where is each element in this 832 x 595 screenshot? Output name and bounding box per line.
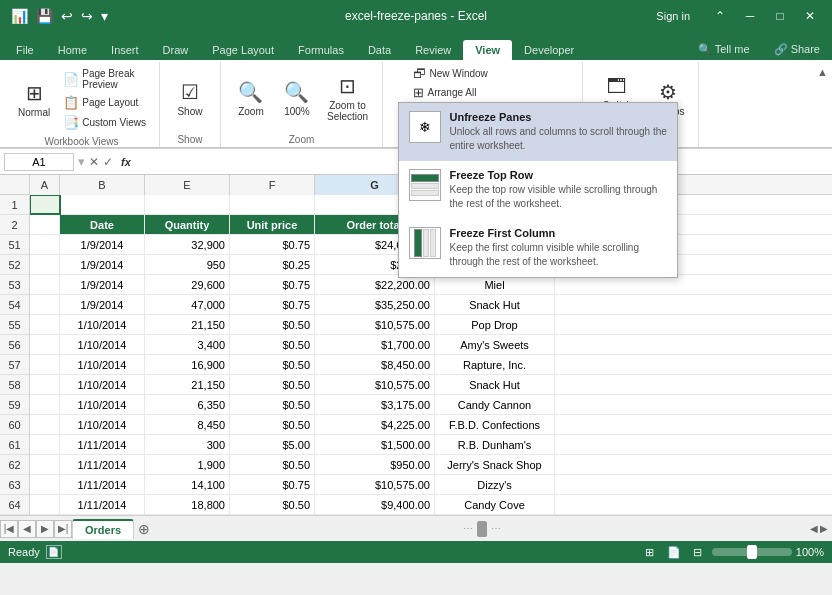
maximize-btn[interactable]: □ <box>766 5 794 27</box>
cell-f58[interactable]: $0.50 <box>230 375 315 394</box>
cell-a55[interactable] <box>30 315 60 334</box>
cell-a54[interactable] <box>30 295 60 314</box>
cell-k63[interactable]: Dizzy's <box>435 475 555 494</box>
row-header-63[interactable]: 63 <box>0 475 30 495</box>
cell-g58[interactable]: $10,575.00 <box>315 375 435 394</box>
cell-b55[interactable]: 1/10/2014 <box>60 315 145 334</box>
cell-k57[interactable]: Rapture, Inc. <box>435 355 555 374</box>
row-header-55[interactable]: 55 <box>0 315 30 335</box>
row-header-2[interactable]: 2 <box>0 215 30 235</box>
row-header-52[interactable]: 52 <box>0 255 30 275</box>
sheet-nav-left[interactable]: ◀ <box>18 520 36 538</box>
row-header-57[interactable]: 57 <box>0 355 30 375</box>
tab-file[interactable]: File <box>4 40 46 60</box>
cell-e62[interactable]: 1,900 <box>145 455 230 474</box>
cell-a58[interactable] <box>30 375 60 394</box>
row-header-61[interactable]: 61 <box>0 435 30 455</box>
cell-e2[interactable]: Quantity <box>145 215 230 234</box>
new-window-btn[interactable]: 🗗 New Window <box>408 64 492 83</box>
cell-b63[interactable]: 1/11/2014 <box>60 475 145 494</box>
sheet-nav-right[interactable]: ▶ <box>36 520 54 538</box>
sign-in-button[interactable]: Sign in <box>648 8 698 24</box>
cell-e60[interactable]: 8,450 <box>145 415 230 434</box>
tab-share[interactable]: 🔗 Share <box>762 39 832 60</box>
cell-a64[interactable] <box>30 495 60 514</box>
show-btn[interactable]: ☑ Show <box>168 77 212 120</box>
cell-e58[interactable]: 21,150 <box>145 375 230 394</box>
arrange-all-btn[interactable]: ⊞ Arrange All <box>408 83 481 102</box>
cell-f63[interactable]: $0.75 <box>230 475 315 494</box>
cell-f52[interactable]: $0.25 <box>230 255 315 274</box>
cell-a51[interactable] <box>30 235 60 254</box>
cell-b61[interactable]: 1/11/2014 <box>60 435 145 454</box>
cell-g54[interactable]: $35,250.00 <box>315 295 435 314</box>
cell-e57[interactable]: 16,900 <box>145 355 230 374</box>
sheet-tab-orders[interactable]: Orders <box>72 519 134 539</box>
cell-a61[interactable] <box>30 435 60 454</box>
cell-b57[interactable]: 1/10/2014 <box>60 355 145 374</box>
tab-insert[interactable]: Insert <box>99 40 151 60</box>
cell-b1[interactable] <box>60 195 145 214</box>
cell-a60[interactable] <box>30 415 60 434</box>
sheet-nav-right-end[interactable]: ▶| <box>54 520 72 538</box>
cell-b2[interactable]: Date <box>60 215 145 234</box>
row-header-1[interactable]: 1 <box>0 195 30 215</box>
cell-k58[interactable]: Snack Hut <box>435 375 555 394</box>
freeze-first-col-item[interactable]: Freeze First Column Keep the first colum… <box>399 219 677 277</box>
tab-draw[interactable]: Draw <box>151 40 201 60</box>
cell-a53[interactable] <box>30 275 60 294</box>
minimize-btn[interactable]: ─ <box>736 5 764 27</box>
cell-k56[interactable]: Amy's Sweets <box>435 335 555 354</box>
row-header-54[interactable]: 54 <box>0 295 30 315</box>
freeze-top-row-item[interactable]: Freeze Top Row Keep the top row visible … <box>399 161 677 219</box>
h-scroll-thumb[interactable] <box>477 521 487 537</box>
cell-b62[interactable]: 1/11/2014 <box>60 455 145 474</box>
tab-tellme[interactable]: 🔍 Tell me <box>686 39 762 60</box>
unfreeze-panes-item[interactable]: ❄ Unfreeze Panes Unlock all rows and col… <box>399 103 677 161</box>
tab-formulas[interactable]: Formulas <box>286 40 356 60</box>
row-header-62[interactable]: 62 <box>0 455 30 475</box>
cell-b59[interactable]: 1/10/2014 <box>60 395 145 414</box>
cell-f59[interactable]: $0.50 <box>230 395 315 414</box>
normal-btn[interactable]: ⊞ Normal <box>12 78 56 121</box>
cell-b60[interactable]: 1/10/2014 <box>60 415 145 434</box>
qat-dropdown[interactable]: ▾ <box>98 6 111 26</box>
scroll-right-arrow[interactable]: ▶ <box>820 523 828 534</box>
cell-b52[interactable]: 1/9/2014 <box>60 255 145 274</box>
cell-e51[interactable]: 32,900 <box>145 235 230 254</box>
row-header-51[interactable]: 51 <box>0 235 30 255</box>
cell-a2[interactable] <box>30 215 60 234</box>
normal-view-btn[interactable]: ⊞ <box>640 544 660 560</box>
cell-e63[interactable]: 14,100 <box>145 475 230 494</box>
zoom100-btn[interactable]: 🔍 100% <box>275 77 319 120</box>
cell-e56[interactable]: 3,400 <box>145 335 230 354</box>
cell-f2[interactable]: Unit price <box>230 215 315 234</box>
col-header-b[interactable]: B <box>60 175 145 195</box>
add-sheet-btn[interactable]: ⊕ <box>134 519 154 539</box>
row-header-58[interactable]: 58 <box>0 375 30 395</box>
cell-g60[interactable]: $4,225.00 <box>315 415 435 434</box>
ribbon-collapse-btn[interactable]: ▲ <box>817 66 828 78</box>
cell-a52[interactable] <box>30 255 60 274</box>
cell-f62[interactable]: $0.50 <box>230 455 315 474</box>
cell-a1[interactable] <box>30 195 60 214</box>
cell-g56[interactable]: $1,700.00 <box>315 335 435 354</box>
status-page-icon[interactable]: 📄 <box>46 545 62 559</box>
col-header-f[interactable]: F <box>230 175 315 195</box>
cell-f61[interactable]: $5.00 <box>230 435 315 454</box>
close-btn[interactable]: ✕ <box>796 5 824 27</box>
cell-e54[interactable]: 47,000 <box>145 295 230 314</box>
tab-developer[interactable]: Developer <box>512 40 586 60</box>
cell-k62[interactable]: Jerry's Snack Shop <box>435 455 555 474</box>
cell-g57[interactable]: $8,450.00 <box>315 355 435 374</box>
cell-k60[interactable]: F.B.D. Confections <box>435 415 555 434</box>
zoom-slider[interactable] <box>712 548 792 556</box>
cell-e53[interactable]: 29,600 <box>145 275 230 294</box>
sheet-nav-left-start[interactable]: |◀ <box>0 520 18 538</box>
tab-pagelayout[interactable]: Page Layout <box>200 40 286 60</box>
cell-a57[interactable] <box>30 355 60 374</box>
cell-k61[interactable]: R.B. Dunham's <box>435 435 555 454</box>
cell-f56[interactable]: $0.50 <box>230 335 315 354</box>
cell-k59[interactable]: Candy Cannon <box>435 395 555 414</box>
cell-f57[interactable]: $0.50 <box>230 355 315 374</box>
